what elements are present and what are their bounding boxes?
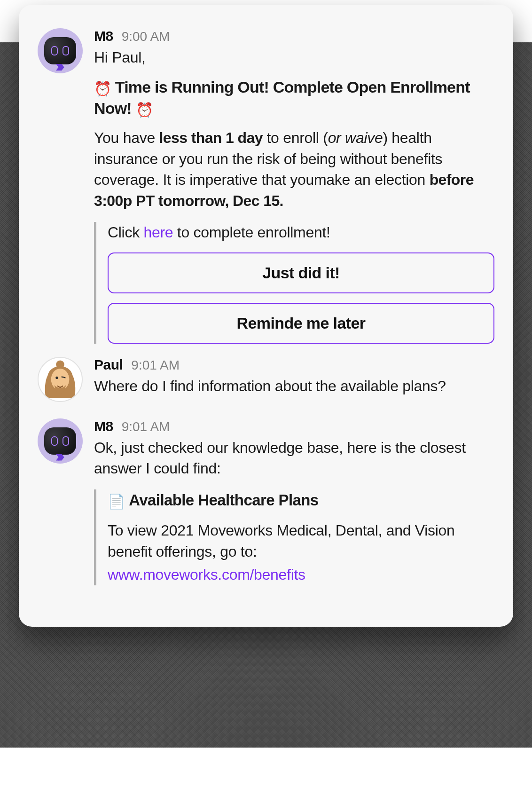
message-bot-2: M8 9:01 AM Ok, just checked our knowledg… [38, 418, 494, 585]
sender-name: Paul [94, 357, 123, 373]
avatar-bot [38, 28, 83, 73]
body-paragraph: You have less than 1 day to enroll (or w… [94, 127, 494, 212]
alarm-clock-icon: ⏰ [94, 81, 111, 96]
greeting-text: Hi Paul, [94, 47, 494, 68]
message-bot-1: M8 9:00 AM Hi Paul, ⏰ Time is Running Ou… [38, 28, 494, 344]
sender-name: M8 [94, 418, 113, 434]
remind-later-button[interactable]: Reminde me later [108, 303, 494, 344]
bot-answer-intro: Ok, just checked our knowledge base, her… [94, 437, 494, 480]
enrollment-link[interactable]: here [143, 224, 173, 241]
chat-card: M8 9:00 AM Hi Paul, ⏰ Time is Running Ou… [19, 5, 513, 627]
just-did-it-button[interactable]: Just did it! [108, 252, 494, 293]
svg-point-1 [56, 360, 64, 369]
kb-body: To view 2021 Moveworks Medical, Dental, … [108, 520, 494, 562]
message-time: 9:01 AM [131, 358, 180, 373]
avatar-user [38, 357, 83, 402]
bot-face-icon [44, 427, 76, 455]
message-time: 9:00 AM [122, 29, 170, 44]
kb-snippet: 📄 Available Healthcare Plans To view 202… [94, 489, 494, 585]
message-time: 9:01 AM [122, 419, 170, 434]
kb-title: Available Healthcare Plans [129, 491, 318, 509]
benefits-link[interactable]: www.moveworks.com/benefits [108, 566, 305, 583]
document-icon: 📄 [108, 494, 125, 509]
sender-name: M8 [94, 28, 113, 44]
avatar-bot [38, 418, 83, 464]
svg-point-2 [55, 377, 58, 379]
user-question: Where do I find information about the av… [94, 376, 494, 397]
kb-title-line: 📄 Available Healthcare Plans [108, 489, 494, 512]
bot-face-icon [44, 37, 76, 64]
action-block: Click here to complete enrollment! Just … [94, 222, 494, 344]
headline-text: ⏰ Time is Running Out! Complete Open Enr… [94, 77, 494, 119]
user-avatar-icon [39, 359, 81, 400]
alarm-clock-icon: ⏰ [136, 102, 153, 118]
cta-text: Click here to complete enrollment! [108, 222, 494, 243]
message-user-1: Paul 9:01 AM Where do I find information… [38, 357, 494, 405]
